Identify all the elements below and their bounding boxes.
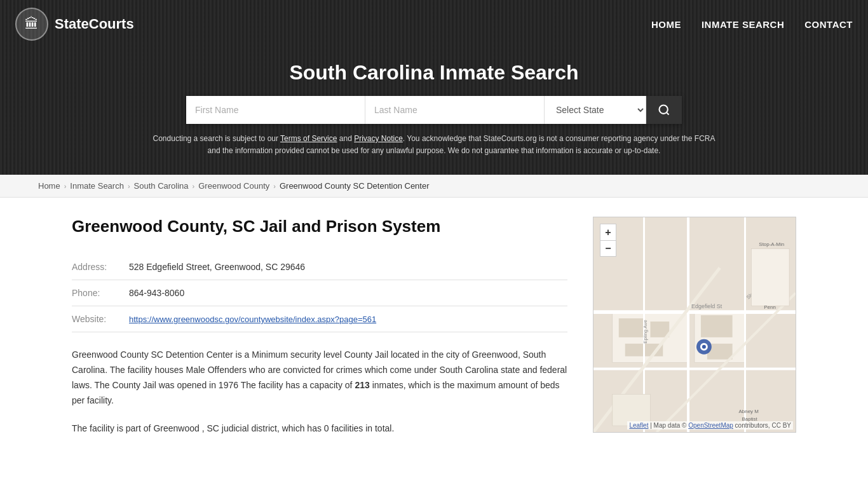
map-zoom-controls: + − [600,224,616,257]
last-name-input[interactable] [365,96,545,124]
disclaimer-text: Conducting a search is subject to our Te… [148,133,720,157]
nav-links: HOME INMATE SEARCH CONTACT [651,19,853,30]
zoom-in-button[interactable]: + [600,224,616,240]
map-container: Edgefield St Epling Ave Sloan Ave Stop-A… [593,217,796,433]
breadcrumb: Home › Inmate Search › South Carolina › … [0,175,868,198]
address-row: Address: 528 Edgefield Street, Greenwood… [72,254,567,280]
phone-row: Phone: 864-943-8060 [72,280,567,306]
search-bar: Select StateAlabamaAlaskaArizonaArkansas… [186,96,682,124]
terms-link[interactable]: Terms of Service [280,134,337,143]
main-content: Greenwood County, SC Jail and Prison Sys… [34,198,834,468]
hero-title: South Carolina Inmate Search [289,61,578,85]
breadcrumb-home[interactable]: Home [38,181,60,191]
svg-text:Stop-A-Min: Stop-A-Min [759,241,784,247]
description-2: The facility is part of Greenwood , SC j… [72,421,567,437]
website-value: https://www.greenwoodsc.gov/countywebsit… [129,306,567,332]
header: 🏛 StateCourts HOME INMATE SEARCH CONTACT… [0,0,868,175]
breadcrumb-sep-3: › [193,182,195,190]
svg-text:Edgefield St: Edgefield St [691,304,722,310]
website-row: Website: https://www.greenwoodsc.gov/cou… [72,306,567,332]
logo-link[interactable]: 🏛 StateCourts [15,8,134,41]
phone-value: 864-943-8060 [129,280,567,306]
hero-section: South Carolina Inmate Search Select Stat… [0,48,868,175]
zoom-out-button[interactable]: − [600,240,616,257]
breadcrumb-inmate-search[interactable]: Inmate Search [70,181,124,191]
state-select[interactable]: Select StateAlabamaAlaskaArizonaArkansas… [545,96,646,124]
site-name: StateCourts [55,16,134,32]
content-right: Edgefield St Epling Ave Sloan Ave Stop-A… [593,217,796,449]
breadcrumb-sep-1: › [64,182,67,190]
svg-text:Penn: Penn [764,305,776,311]
breadcrumb-sep-2: › [128,182,130,190]
address-label: Address: [72,254,129,280]
capacity-bold: 213 [355,380,369,390]
description-1: Greenwood County SC Detention Center is … [72,348,567,408]
nav-inmate-search[interactable]: INMATE SEARCH [702,19,784,30]
leaflet-link[interactable]: Leaflet [629,422,648,429]
svg-point-0 [660,105,668,114]
content-left: Greenwood County, SC Jail and Prison Sys… [72,217,567,449]
map-svg: Edgefield St Epling Ave Sloan Ave Stop-A… [593,217,796,432]
nav-home[interactable]: HOME [651,19,681,30]
page-title: Greenwood County, SC Jail and Prison Sys… [72,217,567,236]
first-name-input[interactable] [186,96,365,124]
svg-rect-5 [619,318,644,337]
svg-line-1 [667,112,669,115]
website-link[interactable]: https://www.greenwoodsc.gov/countywebsit… [129,315,376,324]
website-label: Website: [72,306,129,332]
top-navigation: 🏛 StateCourts HOME INMATE SEARCH CONTACT [0,0,868,48]
breadcrumb-sep-4: › [273,182,276,190]
svg-rect-21 [751,249,789,306]
nav-contact[interactable]: CONTACT [804,19,853,30]
breadcrumb-county[interactable]: Greenwood County [198,181,269,191]
phone-label: Phone: [72,280,129,306]
svg-text:Abney M: Abney M [739,409,759,415]
address-value: 528 Edgefield Street, Greenwood, SC 2964… [129,254,567,280]
logo-icon: 🏛 [15,8,48,41]
breadcrumb-current: Greenwood County SC Detention Center [280,181,430,191]
svg-text:Epling Ave: Epling Ave [642,320,648,344]
map-inner: Edgefield St Epling Ave Sloan Ave Stop-A… [593,217,796,432]
breadcrumb-state[interactable]: South Carolina [134,181,189,191]
search-icon [658,104,670,116]
header-inner: 🏛 StateCourts HOME INMATE SEARCH CONTACT… [0,0,868,175]
svg-point-28 [702,345,706,349]
info-table: Address: 528 Edgefield Street, Greenwood… [72,254,567,332]
privacy-link[interactable]: Privacy Notice [354,134,403,143]
map-attribution: Leaflet | Map data © OpenStreetMap contr… [627,421,793,430]
svg-rect-7 [701,315,733,337]
search-button[interactable] [646,96,682,124]
osm-link[interactable]: OpenStreetMap [688,422,733,429]
